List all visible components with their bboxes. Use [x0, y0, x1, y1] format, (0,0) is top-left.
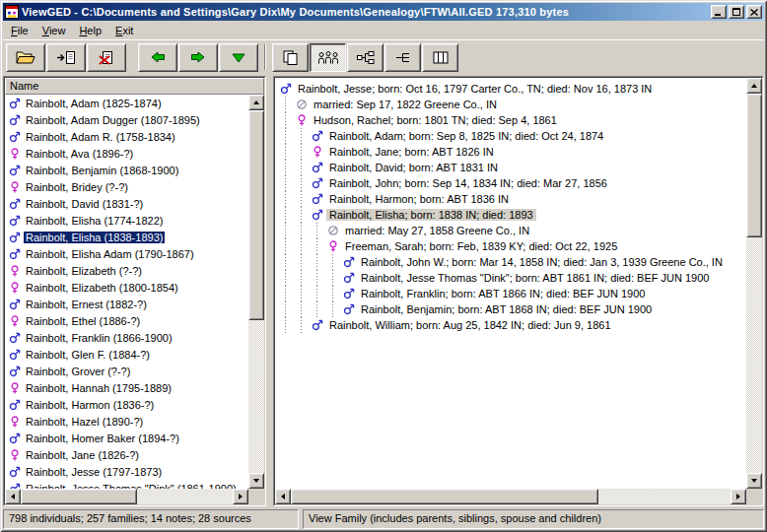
list-item[interactable]: Rainbolt, Jesse Thomas "Dink" (1861-1900…	[5, 480, 248, 489]
list-item[interactable]: Rainbolt, Ethel (1886-?)	[5, 312, 248, 329]
green-right-arrow-icon	[190, 50, 206, 64]
tree-item[interactable]: married: Sep 17, 1822 Greene Co., IN	[279, 97, 746, 112]
maximize-icon	[732, 8, 740, 16]
list-item[interactable]: Rainbolt, Jane (1826-?)	[5, 446, 248, 463]
scroll-left-button[interactable]	[5, 489, 21, 504]
tree-item[interactable]: Rainbolt, William; born: Aug 25, 1842 IN…	[279, 317, 746, 333]
close-button[interactable]	[746, 5, 762, 19]
tree-item[interactable]: Rainbolt, Harmon; born: ABT 1836 IN	[279, 191, 746, 207]
export-page-icon	[56, 50, 76, 65]
list-item[interactable]: Rainbolt, Hannah (1795-1889)	[5, 379, 248, 396]
list-item[interactable]: Rainbolt, David (1831-?)	[5, 195, 248, 212]
down-arrow-icon	[751, 479, 757, 483]
menu-exit[interactable]: Exit	[108, 23, 140, 38]
list-item[interactable]: Rainbolt, Ava (1896-?)	[5, 145, 248, 162]
list-item[interactable]: Rainbolt, Elisha Adam (1790-1867)	[5, 245, 248, 262]
view-descendants-button[interactable]	[384, 43, 421, 72]
right-arrow-icon	[736, 494, 740, 499]
tree-connector	[295, 301, 311, 317]
list-item[interactable]: Rainbolt, Glen F. (1884-?)	[5, 346, 248, 363]
list-horizontal-scrollbar[interactable]	[5, 489, 248, 504]
scroll-up-button[interactable]	[248, 95, 264, 110]
scroll-thumb[interactable]	[21, 489, 137, 504]
view-family-button[interactable]	[310, 43, 346, 72]
view-list-button[interactable]	[422, 43, 458, 72]
forward-button[interactable]	[178, 43, 218, 72]
tree-item[interactable]: Hudson, Rachel; born: 1801 TN; died: Sep…	[279, 112, 746, 128]
scroll-down-button[interactable]	[746, 473, 762, 489]
scroll-thumb[interactable]	[291, 489, 598, 504]
scroll-track[interactable]	[248, 110, 264, 473]
tree-item[interactable]: Rainbolt, Elisha; born: 1838 IN; died: 1…	[279, 207, 746, 223]
name-column-header[interactable]: Name	[5, 78, 264, 95]
list-item[interactable]: Rainbolt, Hazel (1890-?)	[5, 413, 248, 430]
tree-item[interactable]: Rainbolt, Adam; born: Sep 8, 1825 IN; di…	[279, 128, 746, 144]
menu-view[interactable]: View	[35, 23, 73, 38]
menu-help[interactable]: Help	[72, 23, 108, 38]
list-item[interactable]: Rainbolt, Adam Dugger (1807-1895)	[5, 111, 248, 128]
tree-item[interactable]: Freeman, Sarah; born: Feb, 1839 KY; died…	[279, 238, 746, 254]
list-item[interactable]: Rainbolt, Grover (?-?)	[5, 363, 248, 379]
open-button[interactable]	[6, 43, 45, 72]
list-item[interactable]: Rainbolt, Elizabeth (?-?)	[5, 262, 248, 279]
scroll-up-button[interactable]	[746, 78, 762, 94]
list-item[interactable]: Rainbolt, Bridey (?-?)	[5, 178, 248, 195]
tree-item[interactable]: married: May 27, 1858 Greene Co., IN	[279, 223, 746, 238]
tree-item-label: Rainbolt, John W.; born: Mar 14, 1858 IN…	[358, 256, 726, 268]
pedigree-chart-icon	[357, 50, 375, 65]
female-icon	[8, 264, 21, 277]
list-item[interactable]: Rainbolt, Elisha (1774-1822)	[5, 212, 248, 229]
maximize-button[interactable]	[729, 5, 744, 19]
male-icon	[311, 130, 323, 143]
list-item[interactable]: Rainbolt, Homer Baker (1894-?)	[5, 430, 248, 446]
tree-connector	[311, 223, 326, 238]
scroll-right-button[interactable]	[731, 489, 746, 504]
tree-item[interactable]: Rainbolt, Jesse Thomas "Dink"; born: ABT…	[279, 270, 746, 286]
list-item[interactable]: Rainbolt, Jesse (1797-1873)	[5, 463, 248, 480]
tree-item-label: Rainbolt, Benjamin; born: ABT 1868 IN; d…	[358, 303, 655, 315]
scroll-right-button[interactable]	[233, 489, 248, 504]
list-item[interactable]: Rainbolt, Franklin (1866-1900)	[5, 329, 248, 346]
tree-item[interactable]: Rainbolt, David; born: ABT 1831 IN	[279, 160, 746, 175]
tree-connector	[311, 270, 326, 286]
menubar: FileViewHelpExit	[3, 21, 764, 39]
minimize-button[interactable]	[711, 5, 727, 19]
tree-item[interactable]: Rainbolt, Benjamin; born: ABT 1868 IN; d…	[279, 301, 746, 317]
scroll-down-button[interactable]	[248, 473, 264, 489]
scroll-thumb[interactable]	[248, 110, 264, 320]
export-button[interactable]	[46, 43, 86, 72]
scroll-track[interactable]	[21, 489, 233, 504]
tree-vertical-scrollbar[interactable]	[746, 78, 762, 489]
list-item[interactable]: Rainbolt, Elizabeth (1800-1854)	[5, 279, 248, 296]
tree-connector	[295, 223, 311, 238]
male-icon	[8, 247, 21, 260]
list-vertical-scrollbar[interactable]	[248, 95, 264, 489]
tree-item[interactable]: Rainbolt, Jane; born: ABT 1826 IN	[279, 144, 746, 160]
list-item[interactable]: Rainbolt, Adam R. (1758-1834)	[5, 128, 248, 145]
list-item[interactable]: Rainbolt, Ernest (1882-?)	[5, 296, 248, 312]
tree-connector	[295, 128, 311, 144]
list-item-label: Rainbolt, Homer Baker (1894-?)	[24, 432, 181, 444]
tree-item-label: Rainbolt, Jesse; born: Oct 16, 1797 Cart…	[295, 83, 655, 95]
list-item[interactable]: Rainbolt, Benjamin (1868-1900)	[5, 162, 248, 178]
list-item[interactable]: Rainbolt, Adam (1825-1874)	[5, 95, 248, 111]
list-item[interactable]: Rainbolt, Harmon (1836-?)	[5, 396, 248, 413]
down-button[interactable]	[219, 43, 258, 72]
menu-file[interactable]: File	[4, 23, 35, 38]
tree-item[interactable]: Rainbolt, John; born: Sep 14, 1834 IN; d…	[279, 175, 746, 191]
window-controls	[711, 5, 762, 19]
tree-item[interactable]: Rainbolt, John W.; born: Mar 14, 1858 IN…	[279, 254, 746, 270]
scroll-thumb[interactable]	[746, 94, 762, 237]
scroll-track[interactable]	[746, 94, 762, 473]
view-individual-button[interactable]	[272, 43, 309, 72]
tree-item[interactable]: Rainbolt, Jesse; born: Oct 16, 1797 Cart…	[279, 81, 746, 97]
view-pedigree-button[interactable]	[347, 43, 384, 72]
tree-item[interactable]: Rainbolt, Franklin; born: ABT 1866 IN; d…	[279, 286, 746, 301]
tree-connector	[295, 317, 311, 333]
back-button[interactable]	[138, 43, 177, 72]
tree-horizontal-scrollbar[interactable]	[275, 489, 746, 504]
delete-button[interactable]	[87, 43, 126, 72]
scroll-track[interactable]	[291, 489, 731, 504]
list-item[interactable]: Rainbolt, Elisha (1838-1893)	[5, 229, 248, 245]
scroll-left-button[interactable]	[275, 489, 291, 504]
